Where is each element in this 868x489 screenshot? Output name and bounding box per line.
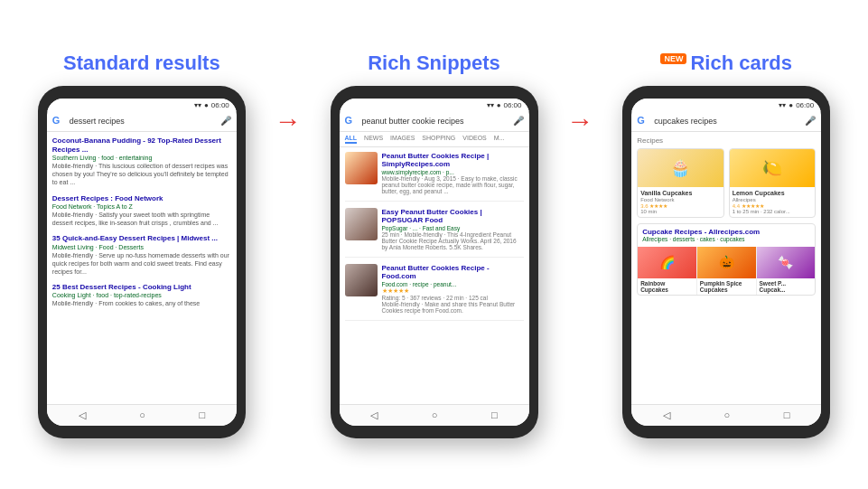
phone-nav-3: ◁ ○ □	[631, 404, 821, 426]
card-sweet[interactable]: 🍬 Sweet P... Cupcak...	[757, 247, 816, 295]
wifi-icon-2: ●	[497, 101, 501, 109]
result-snippet-3: Mobile-friendly · From cookies to cakes,…	[52, 299, 231, 307]
battery-icon-2: 06:00	[503, 101, 521, 109]
result-0: Coconut-Banana Pudding - 92 Top-Rated De…	[52, 136, 231, 187]
result-title-3[interactable]: 25 Best Dessert Recipes - Cooking Light	[52, 283, 231, 292]
home-icon-3[interactable]: ○	[724, 409, 731, 421]
card-title-vanilla: Vanilla Cupcakes	[640, 190, 721, 197]
label-sweet: Sweet P... Cupcak...	[757, 278, 816, 295]
google-logo-3: G	[637, 115, 649, 127]
back-icon-1[interactable]: ◁	[79, 409, 86, 421]
arrow-1-container: →	[266, 52, 311, 136]
phone-standard: ▾▾ ● 06:00 G dessert recipes 🎤 Coconut-B…	[38, 86, 246, 438]
card-rainbow[interactable]: 🌈 Rainbow Cupcakes	[638, 247, 697, 295]
bottom-header: Cupcake Recipes - Allrecipes.com Allreci…	[638, 224, 815, 244]
result-3: 25 Best Dessert Recipes - Cooking Light …	[52, 283, 231, 307]
snippet-meta-0: Mobile-friendly · Aug 3, 2015 · Easy to …	[382, 175, 524, 194]
card-meta-vanilla: 10 min	[640, 209, 721, 214]
result-snippet-0: Mobile-friendly · This luscious collecti…	[52, 162, 231, 186]
arrow-2-container: →	[557, 52, 602, 136]
card-pumpkin[interactable]: 🎃 Pumpkin Spice Cupcakes	[697, 247, 757, 295]
bottom-title[interactable]: Cupcake Recipes - Allrecipes.com	[642, 228, 810, 236]
back-icon-2[interactable]: ◁	[370, 409, 378, 421]
battery-icon: 06:00	[211, 101, 229, 109]
recent-icon-2[interactable]: □	[491, 409, 498, 421]
rich-cards-title: NEWRich cards	[660, 52, 792, 75]
wifi-icon-3: ●	[789, 101, 793, 109]
result-snippet-1: Mobile-friendly · Satisfy your sweet too…	[52, 211, 231, 227]
card-info-vanilla: Vanilla Cupcakes Food Network 3.6 ★★★★ 1…	[638, 187, 723, 217]
snippet-title-0[interactable]: Peanut Butter Cookies Recipe | SimplyRec…	[382, 152, 524, 169]
card-lemon[interactable]: 🍋 Lemon Cupcakes Allrecipes 4.4 ★★★★★ 1 …	[729, 148, 817, 218]
phone-snippets: ▾▾ ● 06:00 G peanut butter cookie recipe…	[331, 86, 538, 438]
tab-more[interactable]: M...	[494, 135, 505, 144]
snippets-content: Peanut Butter Cookies Recipe | SimplyRec…	[340, 147, 529, 404]
card-img-lemon: 🍋	[730, 149, 816, 187]
snippet-text-0: Peanut Butter Cookies Recipe | SimplyRec…	[382, 152, 524, 194]
result-title-0[interactable]: Coconut-Banana Pudding - 92 Top-Rated De…	[52, 136, 231, 155]
search-bar-3[interactable]: G cupcakes recipes 🎤	[631, 111, 821, 132]
search-query-1[interactable]: dessert recipes	[70, 117, 216, 126]
arrow-2: →	[566, 106, 593, 136]
new-badge: NEW	[660, 53, 686, 64]
snippet-title-1[interactable]: Easy Peanut Butter Cookies | POPSUGAR Fo…	[382, 208, 524, 225]
tab-all[interactable]: ALL	[345, 135, 358, 144]
back-icon-3[interactable]: ◁	[663, 409, 670, 421]
img-pumpkin: 🎃	[697, 247, 756, 278]
search-bar-2[interactable]: G peanut butter cookie recipes 🎤	[340, 111, 529, 132]
card-stars-vanilla: 3.6 ★★★★	[640, 202, 721, 209]
snippet-2: Peanut Butter Cookies Recipe - Food.com …	[345, 264, 524, 321]
screen-standard: ▾▾ ● 06:00 G dessert recipes 🎤 Coconut-B…	[47, 99, 237, 426]
bottom-url: Allrecipes · desserts · cakes · cupcakes	[642, 236, 810, 242]
search-bar-1[interactable]: G dessert recipes 🎤	[47, 111, 237, 132]
rich-cards-content: Recipes 🧁 Vanilla Cupcakes Food Network …	[631, 132, 821, 404]
snippet-meta-1: 25 min · Mobile-friendly · This 4-Ingred…	[382, 231, 524, 250]
snippet-text-2: Peanut Butter Cookies Recipe - Food.com …	[382, 264, 524, 314]
column-standard: Standard results ▾▾ ● 06:00 G dessert re…	[18, 52, 266, 438]
card-stars-lemon: 4.4 ★★★★★	[733, 202, 813, 209]
signal-icon: ▾▾	[194, 101, 201, 109]
result-1: Dessert Recipes : Food Network Food Netw…	[52, 194, 231, 228]
card-vanilla[interactable]: 🧁 Vanilla Cupcakes Food Network 3.6 ★★★★…	[637, 148, 724, 218]
result-source-0: Southern Living · food · entertaining	[52, 155, 231, 161]
recent-icon-1[interactable]: □	[199, 409, 205, 421]
result-title-2[interactable]: 35 Quick-and-Easy Dessert Recipes | Midw…	[52, 234, 231, 243]
status-bar-1: ▾▾ ● 06:00	[47, 99, 237, 111]
tabs-row[interactable]: ALL NEWS IMAGES SHOPPING VIDEOS M...	[340, 132, 529, 147]
bottom-section: Cupcake Recipes - Allrecipes.com Allreci…	[637, 223, 816, 296]
snippet-thumb-1	[345, 208, 378, 240]
screen-rich-cards: ▾▾ ● 06:00 G cupcakes recipes 🎤 Recipes	[631, 99, 821, 426]
snippet-title-2[interactable]: Peanut Butter Cookies Recipe - Food.com	[382, 264, 524, 281]
img-rainbow: 🌈	[638, 247, 696, 278]
snippet-1: Easy Peanut Butter Cookies | POPSUGAR Fo…	[345, 208, 524, 258]
snippet-url-0: www.simplyrecipe.com · p...	[382, 169, 524, 175]
tab-images[interactable]: IMAGES	[390, 135, 415, 144]
label-pumpkin: Pumpkin Spice Cupcakes	[697, 278, 756, 295]
bottom-cards-row: 🌈 Rainbow Cupcakes 🎃 Pumpkin Spice Cupca…	[638, 247, 815, 295]
mic-icon-3[interactable]: 🎤	[805, 116, 816, 126]
snippet-meta-2: Mobile-friendly · Make and share this Pe…	[382, 301, 524, 314]
tab-videos[interactable]: VIDEOS	[462, 135, 486, 144]
search-query-3[interactable]: cupcakes recipes	[654, 117, 800, 126]
tab-shopping[interactable]: SHOPPING	[422, 135, 455, 144]
rich-cards-label: Rich cards	[690, 52, 792, 74]
home-icon-1[interactable]: ○	[139, 409, 145, 421]
snippet-thumb-0	[345, 152, 378, 184]
result-title-1[interactable]: Dessert Recipes : Food Network	[52, 194, 231, 203]
recent-icon-3[interactable]: □	[784, 409, 790, 421]
signal-icon-3: ▾▾	[779, 101, 786, 109]
rich-snippets-title: Rich Snippets	[368, 52, 500, 75]
google-logo-1: G	[52, 115, 65, 127]
mic-icon-2[interactable]: 🎤	[513, 116, 524, 126]
result-snippet-2: Mobile-friendly · Serve up no-fuss homem…	[52, 251, 231, 276]
tab-news[interactable]: NEWS	[364, 135, 383, 144]
snippet-url-2: Food.com · recipe · peanut...	[382, 281, 524, 287]
snippet-rating-2: Rating: 5 · 367 reviews · 22 min · 125 c…	[382, 295, 524, 301]
snippet-0: Peanut Butter Cookies Recipe | SimplyRec…	[345, 152, 524, 202]
home-icon-2[interactable]: ○	[432, 409, 438, 421]
search-query-2[interactable]: peanut butter cookie recipes	[362, 117, 509, 126]
mic-icon-1[interactable]: 🎤	[220, 116, 231, 126]
snippet-text-1: Easy Peanut Butter Cookies | POPSUGAR Fo…	[382, 208, 524, 250]
battery-icon-3: 06:00	[796, 101, 814, 109]
top-cards-row: 🧁 Vanilla Cupcakes Food Network 3.6 ★★★★…	[637, 148, 816, 218]
